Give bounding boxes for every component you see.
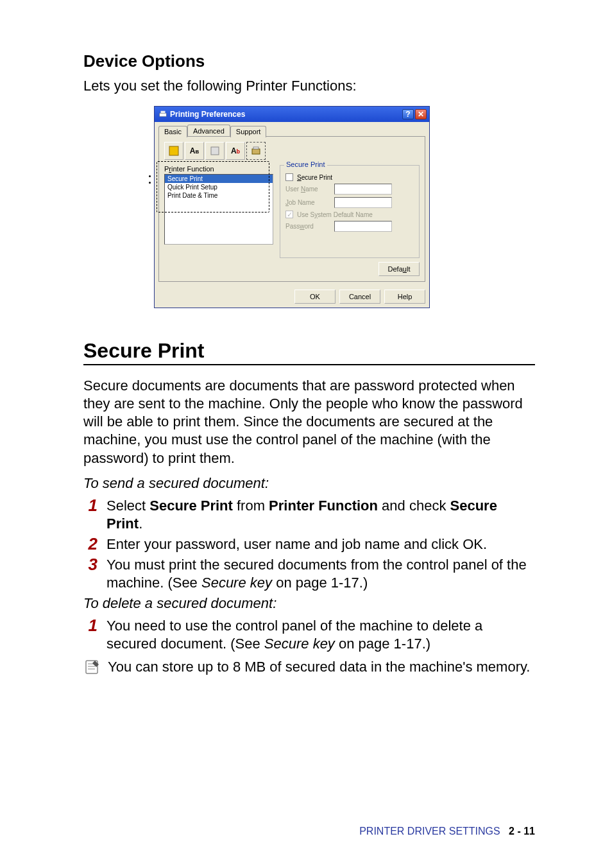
step-number: 1	[83, 617, 98, 634]
dialog-figure: Printing Preferences ? ✕ Basic Advanced …	[154, 106, 436, 308]
printer-function-label: Printer Function	[164, 165, 273, 173]
user-name-label: User Name	[285, 186, 330, 193]
printer-icon	[158, 110, 167, 119]
toolbar-btn-5-device-options[interactable]	[246, 142, 266, 160]
heading-device-options: Device Options	[83, 51, 535, 71]
svg-rect-1	[161, 111, 166, 114]
help-button[interactable]: Help	[384, 290, 425, 304]
tab-basic[interactable]: Basic	[158, 126, 187, 137]
use-system-default-checkbox: ✓	[285, 211, 293, 218]
job-name-label: Job Name	[285, 199, 330, 206]
heading-secure-print: Secure Print	[83, 339, 535, 363]
tab-advanced[interactable]: Advanced	[187, 125, 230, 136]
footer-page: 2 - 11	[509, 826, 535, 837]
job-name-input[interactable]	[334, 197, 392, 208]
heading-rule	[83, 364, 535, 365]
titlebar-close-button[interactable]: ✕	[415, 109, 427, 119]
svg-rect-4	[211, 147, 219, 155]
to-send-heading: To send a secured document:	[83, 475, 535, 492]
tabs-row: Basic Advanced Support	[155, 122, 429, 136]
ok-button[interactable]: OK	[294, 290, 336, 304]
password-label: Password	[285, 223, 330, 230]
footer-section: PRINTER DRIVER SETTINGS	[359, 826, 500, 837]
cancel-button[interactable]: Cancel	[339, 290, 380, 304]
delete-steps-list: 1 You need to use the control panel of t…	[83, 617, 535, 653]
svg-rect-0	[160, 113, 167, 116]
step-number: 1	[83, 497, 98, 514]
tab-panel-advanced: AB Ab Printer Function Secure Print Quic…	[158, 136, 425, 282]
svg-rect-5	[252, 149, 260, 154]
titlebar-help-button[interactable]: ?	[402, 109, 414, 119]
secure-print-paragraph: Secure documents are documents that are …	[83, 377, 535, 467]
send-step-3: You must print the secured documents fro…	[106, 556, 535, 592]
step-number: 2	[83, 535, 98, 552]
intro-text: Lets you set the following Printer Funct…	[83, 78, 535, 94]
toolbar-btn-2[interactable]: AB	[185, 142, 204, 160]
dialog-title: Printing Preferences	[170, 110, 245, 119]
tab-support[interactable]: Support	[230, 126, 267, 137]
send-steps-list: 1 Select Secure Print from Printer Funct…	[83, 497, 535, 593]
use-system-default-label: Use System Default Name	[297, 211, 414, 218]
delete-step-1: You need to use the control panel of the…	[106, 617, 535, 653]
groupbox-legend: Secure Print	[284, 161, 327, 168]
list-item-print-date-time[interactable]: Print Date & Time	[165, 191, 273, 200]
svg-rect-6	[253, 147, 259, 149]
step-number: 3	[83, 556, 98, 573]
dialog-titlebar: Printing Preferences ? ✕	[155, 107, 429, 122]
list-item-secure-print[interactable]: Secure Print	[165, 175, 273, 183]
svg-rect-3	[169, 146, 178, 155]
toolbar-btn-4[interactable]: Ab	[226, 142, 245, 160]
note-row: You can store up to 8 MB of secured data…	[83, 658, 535, 679]
note-icon	[83, 658, 101, 679]
to-delete-heading: To delete a secured document:	[83, 595, 535, 612]
note-text: You can store up to 8 MB of secured data…	[108, 658, 530, 676]
toolbar-btn-3[interactable]	[205, 142, 225, 160]
secure-print-checkbox-label: Secure Print	[297, 174, 342, 181]
secure-print-checkbox[interactable]	[285, 173, 293, 181]
list-item-quick-print-setup[interactable]: Quick Print Setup	[165, 183, 273, 191]
printer-function-listbox[interactable]: Secure Print Quick Print Setup Print Dat…	[164, 174, 273, 245]
user-name-input[interactable]	[334, 184, 392, 195]
secure-print-groupbox: Secure Print Secure Print User Name Job …	[280, 165, 420, 258]
password-input[interactable]	[334, 221, 392, 232]
send-step-1: Select Secure Print from Printer Functio…	[106, 497, 535, 533]
default-button[interactable]: Default	[378, 262, 420, 276]
send-step-2: Enter your password, user name and job n…	[106, 535, 487, 553]
page-footer: PRINTER DRIVER SETTINGS 2 - 11	[359, 826, 535, 837]
toolbar-btn-1[interactable]	[164, 142, 183, 160]
